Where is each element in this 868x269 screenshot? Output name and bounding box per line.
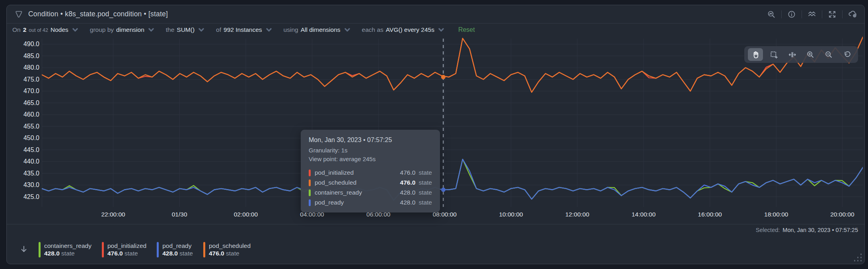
- legend-item-pod_scheduled[interactable]: pod_scheduled 476.0 state: [203, 242, 251, 257]
- toolbar-segment-instances[interactable]: of992 Instances: [216, 26, 271, 33]
- legend-item-pod_initialized[interactable]: pod_initialized 476.0 state: [102, 242, 146, 257]
- netdata-logo-icon: [14, 10, 23, 19]
- legend-name: containers_ready: [44, 242, 91, 250]
- toolbar-segment-nodes[interactable]: On2out of 42Nodes: [12, 26, 78, 33]
- series-color-swatch: [309, 179, 311, 186]
- series-unit: state: [418, 189, 432, 196]
- series-name: pod_ready: [315, 199, 393, 206]
- selected-value: Mon, Jan 30, 2023 • 07:57:25: [782, 227, 858, 233]
- series-line-pod_scheduled: [42, 37, 863, 92]
- y-axis-tick-label: 465.0: [7, 99, 39, 107]
- legend-name: pod_scheduled: [209, 242, 251, 250]
- legend-value: 428.0: [44, 250, 60, 257]
- toolbar-segment-time-aggregate[interactable]: each asAVG() every 245s: [362, 26, 444, 33]
- tooltip-granularity: Granularity: 1s: [309, 146, 432, 155]
- x-axis-tick-label: 14:00:00: [622, 211, 666, 218]
- toolbar-text: dimension: [116, 26, 144, 33]
- pan-tool-button[interactable]: [748, 48, 763, 61]
- zoom-out-button[interactable]: [821, 48, 836, 61]
- tooltip-date: Mon, Jan 30, 2023 • 07:57:25: [309, 136, 432, 144]
- cloud-add-icon[interactable]: [848, 10, 857, 19]
- y-axis-tick-label: 455.0: [7, 123, 39, 131]
- legend-unit: state: [179, 250, 193, 257]
- toolbar-text: the: [166, 26, 175, 33]
- x-axis-tick-label: 01/30: [158, 211, 201, 218]
- x-axis-tick-label: 22:00:00: [91, 211, 135, 218]
- legend-footer: containers_ready 428.0 state pod_initial…: [7, 235, 864, 264]
- fullscreen-icon[interactable]: [827, 10, 837, 19]
- filter-toolbar: On2out of 42Nodes group bydimension theS…: [7, 23, 864, 36]
- y-axis-tick-label: 480.0: [7, 64, 39, 72]
- crosshair-point: [441, 187, 446, 192]
- chart-hover-toolbar: [744, 46, 858, 63]
- legend-value: 476.0: [107, 250, 123, 257]
- select-area-button[interactable]: [766, 48, 781, 61]
- divider: [802, 10, 802, 18]
- legend-unit: state: [125, 250, 138, 257]
- chevron-down-icon: [72, 28, 78, 32]
- toolbar-segment-group-by[interactable]: group bydimension: [90, 26, 154, 33]
- plot-canvas[interactable]: [42, 36, 863, 224]
- series-value: 428.0: [393, 199, 415, 206]
- legend-item-containers_ready[interactable]: containers_ready 428.0 state: [39, 242, 91, 257]
- zoom-in-button[interactable]: [803, 48, 818, 61]
- legend-value: 476.0: [209, 250, 224, 257]
- legend-color-bar: [102, 242, 104, 257]
- legend-color-bar: [157, 242, 159, 257]
- y-axis-tick-label: 450.0: [7, 134, 39, 142]
- toolbar-text: AVG() every 245s: [386, 26, 434, 33]
- toolbar-text: using: [284, 26, 298, 33]
- series-unit: state: [418, 169, 432, 176]
- y-axis-tick-label: 430.0: [7, 181, 39, 189]
- y-axis-tick-label: 470.0: [7, 87, 39, 95]
- legend-color-bar: [203, 242, 205, 257]
- reset-zoom-button[interactable]: [839, 48, 854, 61]
- divider: [842, 10, 843, 18]
- toolbar-text: out of 42: [29, 27, 48, 33]
- legend-item-pod_ready[interactable]: pod_ready 428.0 state: [157, 242, 193, 257]
- compare-icon[interactable]: [807, 10, 817, 19]
- chevron-down-icon: [148, 28, 154, 32]
- y-axis-tick-label: 485.0: [7, 52, 39, 60]
- tooltip-row-pod_ready: pod_ready 428.0 state: [309, 199, 432, 206]
- legend-unit: state: [61, 250, 75, 257]
- y-axis-tick-label: 440.0: [7, 158, 39, 166]
- series-color-swatch: [309, 199, 311, 206]
- divider: [822, 10, 822, 18]
- toolbar-text: On: [12, 26, 21, 33]
- toolbar-text: 992 Instances: [224, 26, 262, 33]
- y-axis-tick-label: 425.0: [7, 193, 39, 201]
- toolbar-text: All dimensions: [301, 26, 341, 33]
- chart-area[interactable]: 490.0485.0480.0475.0470.0465.0460.0455.0…: [7, 36, 865, 224]
- series-name: pod_scheduled: [315, 179, 393, 186]
- legend-direction-icon[interactable]: [17, 245, 31, 254]
- toolbar-text: each as: [362, 26, 383, 33]
- zoom-to-data-icon[interactable]: [767, 10, 776, 19]
- info-icon[interactable]: [787, 10, 796, 19]
- tooltip-view-point: View point: average 245s: [309, 155, 432, 164]
- legend-value: 428.0: [162, 250, 178, 257]
- selected-time-row: Selected: Mon, Jan 30, 2023 • 07:57:25: [7, 224, 864, 235]
- chevron-down-icon: [266, 28, 272, 32]
- series-value: 476.0: [393, 179, 415, 186]
- resize-handle-icon[interactable]: [854, 253, 862, 262]
- series-color-swatch: [309, 189, 311, 196]
- legend-name: pod_ready: [162, 242, 193, 250]
- series-value: 428.0: [393, 189, 415, 196]
- toolbar-text: group by: [90, 26, 114, 33]
- tooltip-row-containers_ready: containers_ready 428.0 state: [309, 189, 432, 196]
- chart-tooltip: Mon, Jan 30, 2023 • 07:57:25 Granularity…: [301, 130, 440, 212]
- toolbar-segment-aggregate[interactable]: theSUM(): [166, 26, 204, 33]
- horizontal-select-button[interactable]: [784, 48, 800, 61]
- y-axis-tick-label: 435.0: [7, 170, 39, 177]
- x-axis-tick-label: 16:00:00: [688, 211, 732, 218]
- toolbar-text: 2: [23, 26, 27, 33]
- series-value: 476.0: [393, 169, 415, 176]
- toolbar-segment-dimensions[interactable]: usingAll dimensions: [284, 26, 350, 33]
- reset-button[interactable]: Reset: [458, 26, 475, 33]
- x-axis-tick-label: 10:00:00: [489, 211, 533, 218]
- series-name: containers_ready: [315, 189, 393, 196]
- series-unit: state: [418, 199, 432, 206]
- y-axis-tick-label: 475.0: [7, 76, 39, 84]
- series-line-containers_ready: [42, 159, 863, 200]
